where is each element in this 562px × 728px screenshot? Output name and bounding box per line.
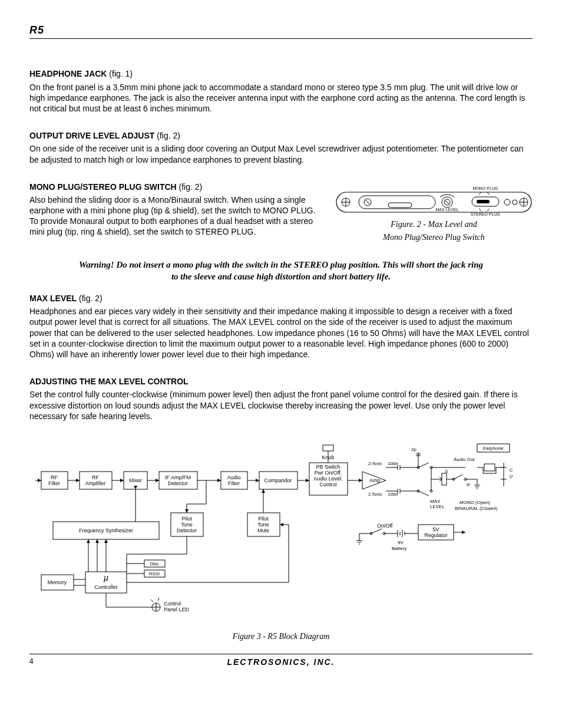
svg-text:Amplifier: Amplifier bbox=[85, 480, 105, 486]
svg-rect-16 bbox=[477, 200, 490, 203]
svg-text:IF Amp/FM: IF Amp/FM bbox=[165, 475, 191, 480]
svg-line-64 bbox=[418, 463, 429, 467]
svg-rect-70 bbox=[442, 473, 447, 485]
section-output-drive: OUTPUT DRIVE LEVEL ADJUST (fig. 2) On on… bbox=[29, 130, 533, 165]
svg-rect-4 bbox=[359, 196, 435, 209]
svg-text:Regulator: Regulator bbox=[424, 532, 447, 538]
svg-text:On/Off: On/Off bbox=[377, 523, 393, 529]
body-text: Headphones and ear pieces vary widely in… bbox=[29, 306, 533, 360]
svg-text:Audio Out: Audio Out bbox=[454, 457, 475, 462]
fig2-svg: MAX LEVEL MONO PLUG STEREO PLUG bbox=[335, 182, 533, 217]
svg-text:Audio Level.: Audio Level. bbox=[313, 476, 343, 482]
company-name: LECTROSONICS, INC. bbox=[227, 657, 335, 667]
svg-text:9V: 9V bbox=[398, 540, 404, 545]
svg-text:BINAURAL (Closed): BINAURAL (Closed) bbox=[455, 506, 498, 511]
heading: ADJUSTING THE MAX LEVEL CONTROL bbox=[29, 377, 189, 386]
svg-text:5V: 5V bbox=[432, 526, 439, 532]
svg-text:MAX LEVEL: MAX LEVEL bbox=[436, 207, 459, 212]
svg-text:RF: RF bbox=[92, 475, 99, 480]
heading: HEADPHONE JACK bbox=[29, 69, 107, 78]
fig-ref: (fig. 2) bbox=[79, 294, 103, 303]
svg-text:Mute: Mute bbox=[257, 528, 269, 533]
svg-text:Tone: Tone bbox=[257, 522, 269, 528]
svg-text:2.5vdc: 2.5vdc bbox=[368, 492, 382, 497]
fig2-caption-line1: Figure. 2 - Max Level and bbox=[335, 219, 533, 230]
body-text: On one side of the receiver unit is a sl… bbox=[29, 143, 533, 164]
fig3-svg: RFFilter RFAmplifier Mixer IF Amp/FMDete… bbox=[29, 439, 513, 628]
svg-text:MAX: MAX bbox=[430, 499, 441, 504]
svg-line-81 bbox=[454, 475, 462, 479]
svg-line-14 bbox=[487, 192, 490, 195]
svg-text:100n: 100n bbox=[388, 461, 398, 466]
fig2-caption-line2: Mono Plug/Stereo Plug Switch bbox=[335, 232, 533, 243]
svg-text:S: S bbox=[445, 469, 448, 474]
svg-text:Mixer: Mixer bbox=[129, 477, 142, 483]
svg-text:MONO (Open): MONO (Open) bbox=[459, 500, 490, 505]
body-text: On the front panel is a 3.5mm mini phone… bbox=[29, 82, 533, 114]
svg-text:(Ant.): (Ant.) bbox=[510, 473, 513, 479]
svg-text:2p: 2p bbox=[411, 447, 416, 452]
page-footer: 4 LECTROSONICS, INC. bbox=[29, 654, 533, 667]
svg-text:µ: µ bbox=[104, 573, 108, 582]
warning-text: Warning! Do not insert a mono plug with … bbox=[77, 259, 485, 282]
svg-text:Disc: Disc bbox=[150, 561, 159, 566]
page-header: R5 bbox=[29, 24, 533, 39]
svg-point-20 bbox=[504, 199, 510, 205]
model-logo: R5 bbox=[29, 24, 44, 36]
svg-text:Earphone: Earphone bbox=[483, 446, 504, 451]
svg-text:Panel LED: Panel LED bbox=[164, 607, 190, 612]
section-max-level: MAX LEVEL (fig. 2) Headphones and ear pi… bbox=[29, 293, 533, 360]
heading: OUTPUT DRIVE LEVEL ADJUST bbox=[29, 131, 154, 140]
fig-ref: (fig. 1) bbox=[109, 69, 133, 78]
svg-line-13 bbox=[479, 192, 481, 195]
svg-line-149 bbox=[158, 598, 159, 601]
svg-line-6 bbox=[365, 200, 370, 205]
svg-text:Control: Control bbox=[164, 601, 181, 607]
svg-rect-0 bbox=[336, 192, 531, 212]
svg-text:Compandor: Compandor bbox=[264, 477, 292, 483]
svg-text:2.5vdc: 2.5vdc bbox=[368, 461, 382, 466]
svg-text:Frequency Synthesizer: Frequency Synthesizer bbox=[79, 528, 133, 533]
svg-text:Detector: Detector bbox=[177, 528, 197, 533]
svg-rect-90 bbox=[484, 464, 495, 471]
svg-text:Cord: Cord bbox=[510, 467, 513, 473]
svg-text:100n: 100n bbox=[388, 492, 398, 497]
svg-text:Controller: Controller bbox=[94, 584, 117, 590]
heading: MAX LEVEL bbox=[29, 294, 77, 303]
svg-text:MONO PLUG: MONO PLUG bbox=[473, 186, 498, 190]
svg-text:Amp: Amp bbox=[369, 477, 381, 483]
svg-text:Audio: Audio bbox=[227, 475, 240, 480]
body-text: Set the control fully counter-clockwise … bbox=[29, 389, 533, 421]
svg-rect-48 bbox=[323, 445, 333, 451]
section-adjusting: ADJUSTING THE MAX LEVEL CONTROL Set the … bbox=[29, 376, 533, 421]
section-mono-stereo: MONO PLUG/STEREO PLUG SWITCH (fig. 2) Al… bbox=[29, 182, 533, 243]
svg-text:Detector: Detector bbox=[168, 480, 188, 486]
svg-line-65 bbox=[418, 491, 429, 496]
section-headphone-jack: HEADPHONE JACK (fig. 1) On the front pan… bbox=[29, 68, 533, 114]
svg-text:STEREO PLUG: STEREO PLUG bbox=[471, 212, 500, 216]
svg-point-21 bbox=[513, 200, 517, 205]
figure-3: RFFilter RFAmplifier Mixer IF Amp/FMDete… bbox=[29, 439, 533, 642]
svg-text:Pilot: Pilot bbox=[258, 516, 269, 522]
fig-ref: (fig. 2) bbox=[179, 182, 203, 192]
svg-text:Filter: Filter bbox=[48, 480, 60, 486]
svg-text:PB Switch: PB Switch bbox=[316, 464, 340, 470]
figure-2: MAX LEVEL MONO PLUG STEREO PLUG Figure. … bbox=[335, 182, 533, 243]
svg-text:Filter: Filter bbox=[228, 480, 240, 486]
svg-line-18 bbox=[487, 209, 490, 211]
svg-text:Pwr On/Off.: Pwr On/Off. bbox=[315, 470, 342, 476]
svg-line-17 bbox=[479, 209, 481, 211]
page-number: 4 bbox=[29, 657, 34, 667]
svg-text:RF: RF bbox=[51, 475, 58, 480]
svg-line-10 bbox=[445, 200, 449, 205]
svg-text:Memory: Memory bbox=[48, 579, 67, 585]
fig3-caption: Figure 3 - R5 Block Diagram bbox=[29, 631, 533, 642]
heading: MONO PLUG/STEREO PLUG SWITCH bbox=[29, 182, 177, 192]
svg-text:Tone: Tone bbox=[181, 522, 193, 528]
body-text: Also behind the sliding door is a Mono/B… bbox=[29, 195, 323, 238]
fig-ref: (fig. 2) bbox=[157, 131, 180, 140]
svg-rect-7 bbox=[388, 203, 412, 207]
svg-text:LEVEL: LEVEL bbox=[430, 504, 445, 509]
svg-line-148 bbox=[151, 599, 153, 602]
svg-text:Battery: Battery bbox=[392, 546, 406, 551]
